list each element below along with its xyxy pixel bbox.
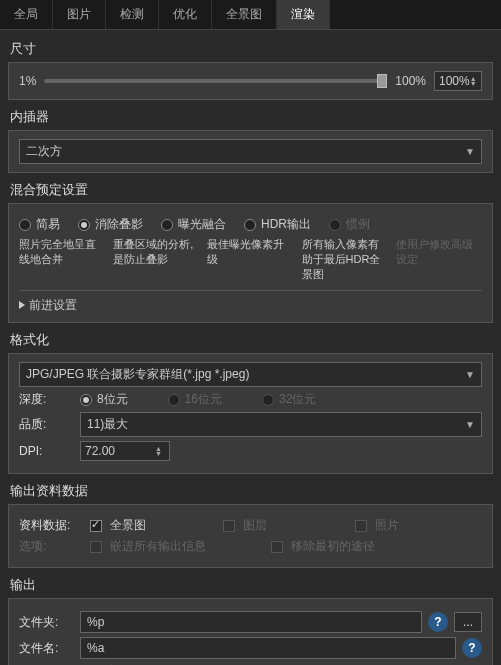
dpi-spinbox[interactable]: 72.00 ▲▼ [80,441,170,461]
filename-label: 文件名: [19,640,74,657]
blend-opt-custom: 惯例 [329,216,370,233]
tab-optimize[interactable]: 优化 [159,0,212,29]
chevron-down-icon: ▼ [465,419,475,430]
blend-desc-0: 照片完全地呈直线地合并 [19,237,105,282]
blend-desc-3: 所有输入像素有助于最后HDR全景图 [302,237,388,282]
size-min: 1% [19,74,36,88]
output-panel: 文件夹: %p ? ... 文件名: %a ? 覆盖已经存在的文件 在文件名前面… [8,598,493,665]
tab-global[interactable]: 全局 [0,0,53,29]
blend-opt-exposure[interactable]: 曝光融合 [161,216,226,233]
interp-title: 内插器 [8,102,493,130]
size-panel: 1% 100% 100% ▲▼ [8,62,493,100]
tab-panorama[interactable]: 全景图 [212,0,277,29]
blend-advanced[interactable]: 前进设置 [19,298,77,312]
depth-32: 32位元 [262,391,316,408]
check-remove: 移除最初的途径 [271,538,482,555]
blend-opt-antighost[interactable]: 消除叠影 [78,216,143,233]
interp-select[interactable]: 二次方▼ [19,139,482,164]
interp-panel: 二次方▼ [8,130,493,173]
filename-help-icon[interactable]: ? [462,638,482,658]
folder-label: 文件夹: [19,614,74,631]
quality-label: 品质: [19,416,74,433]
check-panorama[interactable]: 全景图 [90,517,217,534]
tab-bar: 全局 图片 检测 优化 全景图 渲染 [0,0,501,30]
blend-panel: 简易 消除叠影 曝光融合 HDR输出 惯例 照片完全地呈直线地合并 重叠区域的分… [8,203,493,323]
options-label: 选项: [19,538,84,555]
size-title: 尺寸 [8,34,493,62]
data-label: 资料数据: [19,517,84,534]
output-title: 输出 [8,570,493,598]
format-panel: JPG/JPEG 联合摄影专家群组(*.jpg *.jpeg)▼ 深度: 8位元… [8,353,493,474]
size-max: 100% [395,74,426,88]
tab-render[interactable]: 渲染 [277,0,330,29]
filename-field[interactable]: %a [80,637,456,659]
blend-opt-hdr[interactable]: HDR输出 [244,216,311,233]
blend-desc-4: 使用户修改高级设定 [396,237,482,282]
depth-label: 深度: [19,391,74,408]
tab-detect[interactable]: 检测 [106,0,159,29]
tab-image[interactable]: 图片 [53,0,106,29]
check-layers: 图层 [223,517,350,534]
blend-desc-1: 重叠区域的分析, 是防止叠影 [113,237,199,282]
depth-8[interactable]: 8位元 [80,391,128,408]
folder-field[interactable]: %p [80,611,422,633]
blend-title: 混合预定设置 [8,175,493,203]
blend-opt-simple[interactable]: 简易 [19,216,60,233]
depth-16: 16位元 [168,391,222,408]
size-slider[interactable] [44,79,387,83]
chevron-down-icon: ▼ [465,146,475,157]
quality-select[interactable]: 11)最大▼ [80,412,482,437]
outputdata-panel: 资料数据: 全景图 图层 照片 选项: 嵌进所有输出信息 移除最初的途径 [8,504,493,568]
triangle-right-icon [19,301,25,309]
outputdata-title: 输出资料数据 [8,476,493,504]
chevron-down-icon: ▼ [465,369,475,380]
blend-desc-2: 最佳曝光像素升级 [207,237,293,282]
check-embed: 嵌进所有输出信息 [90,538,265,555]
folder-browse-button[interactable]: ... [454,612,482,632]
folder-help-icon[interactable]: ? [428,612,448,632]
format-title: 格式化 [8,325,493,353]
size-spinbox[interactable]: 100% ▲▼ [434,71,482,91]
check-photos: 照片 [355,517,482,534]
format-select[interactable]: JPG/JPEG 联合摄影专家群组(*.jpg *.jpeg)▼ [19,362,482,387]
dpi-label: DPI: [19,444,74,458]
